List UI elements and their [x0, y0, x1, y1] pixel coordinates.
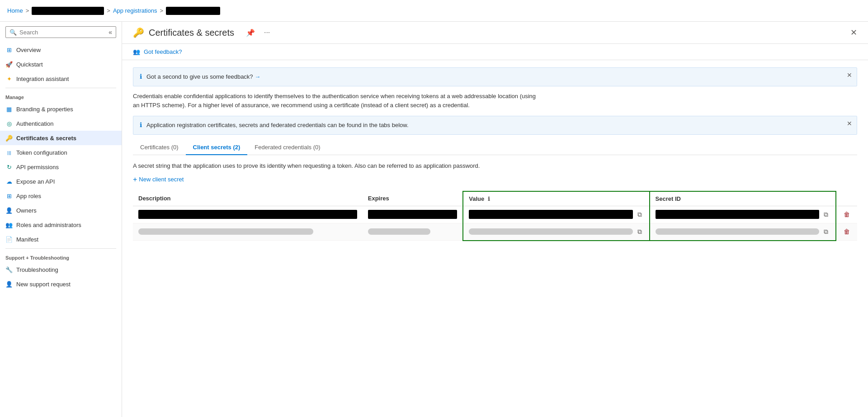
value-header-text: Value — [469, 195, 484, 202]
sidebar-item-api[interactable]: ↻ API permissions — [0, 160, 122, 174]
search-input[interactable] — [19, 29, 106, 36]
delete-1-button[interactable]: 🗑 — [842, 210, 852, 219]
breadcrumb-app-registrations[interactable]: App registrations — [113, 7, 157, 14]
breadcrumb-sep1: > — [26, 7, 29, 14]
col-header-expires: Expires — [363, 191, 463, 206]
breadcrumb: Home > > App registrations > — [7, 7, 220, 15]
sidebar-item-authentication[interactable]: ◎ Authentication — [0, 116, 122, 131]
search-icon: 🔍 — [9, 29, 17, 36]
sidebar-item-quickstart[interactable]: 🚀 Quickstart — [0, 57, 122, 71]
redacted-expires-1 — [368, 210, 457, 219]
copy-secretid-1-button[interactable]: ⧉ — [822, 210, 830, 219]
col-header-description: Description — [133, 191, 363, 206]
row1-delete: 🗑 — [836, 206, 857, 223]
circle-arrow-icon: ↻ — [5, 163, 13, 171]
sidebar-item-token[interactable]: ⫼ Token configuration — [0, 145, 122, 160]
info-icon-1: ℹ — [140, 73, 142, 80]
sidebar-item-manifest[interactable]: 📄 Manifest — [0, 232, 122, 246]
sidebar-item-overview-label: Overview — [16, 47, 41, 53]
table-row: ⧉ ⧉ 🗑 — [133, 223, 857, 241]
row2-description — [133, 223, 363, 241]
sidebar: 🔍 « ⊞ Overview 🚀 Quickstart ✦ Integratio… — [0, 22, 122, 417]
secret-description: A secret string that the application use… — [133, 162, 857, 169]
tab-certificates[interactable]: Certificates (0) — [133, 140, 186, 155]
breadcrumb-sep2: > — [107, 7, 110, 14]
feedback-banner-text: Got a second to give us some feedback? → — [146, 72, 260, 81]
secrets-table-wrapper: Description Expires Value ℹ Secret ID — [133, 191, 857, 241]
value-cell-2: ⧉ — [469, 227, 643, 237]
cloud-icon: ☁ — [5, 178, 13, 185]
sidebar-item-certificates-label: Certificates & secrets — [16, 135, 76, 142]
secrets-table: Description Expires Value ℹ Secret ID — [133, 191, 857, 241]
redacted-desc-1 — [138, 210, 357, 219]
row2-expires — [363, 223, 463, 241]
table-header-row: Description Expires Value ℹ Secret ID — [133, 191, 857, 206]
feedback-bar: 👥 Got feedback? — [122, 44, 868, 60]
close-button[interactable]: ✕ — [850, 28, 857, 38]
breadcrumb-home[interactable]: Home — [7, 7, 23, 14]
copy-value-2-button[interactable]: ⧉ — [636, 227, 644, 237]
doc-icon: 📄 — [5, 236, 13, 243]
blurred-desc-2 — [138, 228, 313, 235]
sidebar-search-container: 🔍 « — [0, 22, 122, 43]
sidebar-item-support-label: New support request — [16, 281, 71, 288]
sidebar-item-token-label: Token configuration — [16, 149, 67, 156]
sidebar-item-approles-label: App roles — [16, 193, 41, 199]
blurred-secretid-2 — [656, 228, 819, 235]
row2-secret-id: ⧉ — [650, 223, 836, 241]
page-icon: 🔑 — [133, 27, 144, 38]
sidebar-item-authentication-label: Authentication — [16, 120, 53, 127]
col-header-actions — [836, 191, 857, 206]
main-content: 🔑 Certificates & secrets 📌 ··· ✕ 👥 Got f… — [122, 22, 868, 417]
feedback-link[interactable]: Got feedback? — [144, 48, 182, 55]
wrench-icon: 🔧 — [5, 266, 13, 273]
pin-button[interactable]: 📌 — [244, 28, 257, 38]
sidebar-item-branding[interactable]: ▦ Branding & properties — [0, 102, 122, 116]
value-info-icon: ℹ — [488, 196, 490, 202]
copy-value-1-button[interactable]: ⧉ — [636, 210, 644, 219]
tab-federated[interactable]: Federated credentials (0) — [247, 140, 327, 155]
sidebar-item-support[interactable]: 👤 New support request — [0, 277, 122, 291]
secret-id-cell-1: ⧉ — [656, 210, 830, 219]
more-button[interactable]: ··· — [262, 28, 272, 38]
sidebar-item-integration[interactable]: ✦ Integration assistant — [0, 71, 122, 86]
sidebar-item-overview[interactable]: ⊞ Overview — [0, 43, 122, 57]
sidebar-item-manifest-label: Manifest — [16, 236, 38, 243]
col-header-secret-id: Secret ID — [650, 191, 836, 206]
star-icon: ✦ — [5, 75, 13, 82]
sidebar-search-box[interactable]: 🔍 « — [5, 26, 116, 38]
sidebar-item-roles[interactable]: 👥 Roles and administrators — [0, 218, 122, 232]
breadcrumb-app-name — [32, 7, 104, 15]
sidebar-item-approles[interactable]: ⊞ App roles — [0, 189, 122, 203]
rocket-icon: 🚀 — [5, 61, 13, 68]
copy-secretid-2-button[interactable]: ⧉ — [822, 227, 830, 237]
delete-2-button[interactable]: 🗑 — [842, 227, 852, 236]
new-client-secret-button[interactable]: + New client secret — [133, 175, 184, 184]
row2-delete: 🗑 — [836, 223, 857, 241]
sidebar-item-troubleshooting[interactable]: 🔧 Troubleshooting — [0, 262, 122, 277]
page-header: 🔑 Certificates & secrets 📌 ··· ✕ — [122, 22, 868, 44]
sidebar-item-owners[interactable]: 👤 Owners — [0, 203, 122, 218]
sidebar-item-expose[interactable]: ☁ Expose an API — [0, 174, 122, 189]
sidebar-item-owners-label: Owners — [16, 207, 37, 214]
sidebar-divider-manage — [5, 88, 116, 88]
sidebar-item-troubleshooting-label: Troubleshooting — [16, 266, 58, 273]
sidebar-divider-support — [5, 248, 116, 249]
sidebar-item-roles-label: Roles and administrators — [16, 222, 81, 228]
feedback-arrow-link[interactable]: → — [255, 73, 260, 80]
tabs-container: Certificates (0) Client secrets (2) Fede… — [133, 140, 857, 155]
tab-client-secrets[interactable]: Client secrets (2) — [186, 140, 248, 155]
close-info-banner[interactable]: ✕ — [847, 120, 852, 127]
shield-icon: ◎ — [5, 120, 13, 127]
support-section-label: Support + Troubleshooting — [0, 251, 122, 262]
feedback-people-icon: 👥 — [133, 48, 140, 55]
person-icon: 👤 — [5, 207, 13, 214]
value-cell-1: ⧉ — [469, 210, 643, 219]
collapse-icon[interactable]: « — [108, 28, 112, 36]
sidebar-item-certificates[interactable]: 🔑 Certificates & secrets — [0, 131, 122, 145]
sidebar-item-expose-label: Expose an API — [16, 178, 55, 185]
key-icon: 🔑 — [5, 134, 13, 142]
close-feedback-banner[interactable]: ✕ — [847, 71, 852, 79]
row2-value: ⧉ — [463, 223, 649, 241]
feedback-banner: ℹ Got a second to give us some feedback?… — [133, 67, 857, 86]
